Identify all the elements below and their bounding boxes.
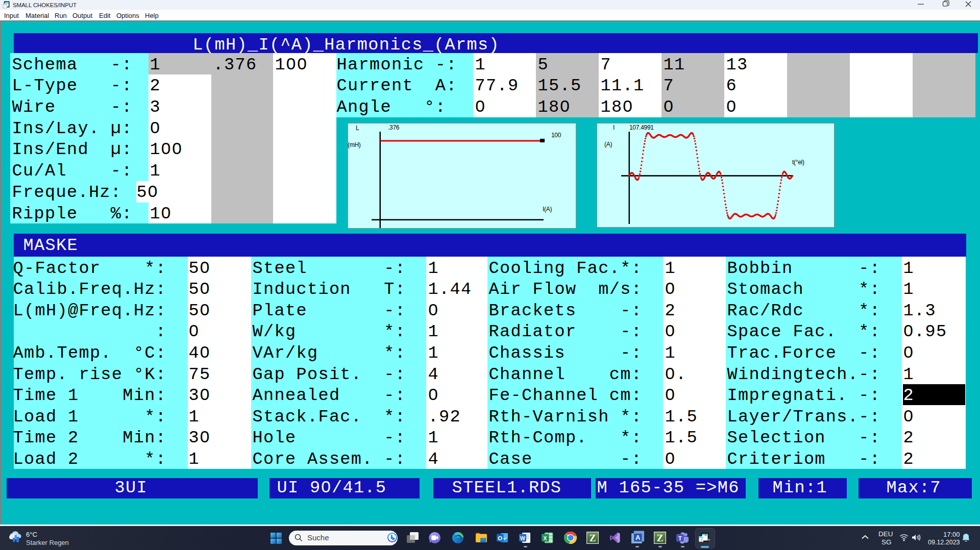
svg-text:O: O: [498, 535, 502, 541]
svg-text:A: A: [635, 534, 641, 541]
svg-text:Z: Z: [657, 533, 664, 543]
svg-text:Z: Z: [590, 533, 596, 543]
svg-text:X: X: [543, 535, 547, 541]
svg-text:W: W: [520, 535, 525, 541]
svg-text:T: T: [678, 535, 682, 541]
